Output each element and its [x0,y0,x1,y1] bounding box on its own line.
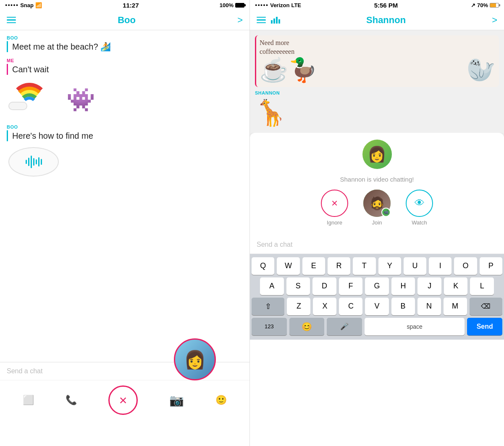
sticker-row: 👾 [7,81,243,119]
right-signal-dots: ●●●●● [255,3,268,7]
ignore-button-right[interactable]: × [321,190,348,217]
emoji-key[interactable]: 😊 [289,318,325,335]
key-e[interactable]: E [302,257,325,275]
key-c[interactable]: C [339,298,362,315]
ignore-button[interactable]: × [108,385,138,415]
video-chat-overlay: 👩 Shannon is video chatting! × Ignore 🧔 [250,133,504,236]
phone-icon[interactable]: 📞 [66,395,77,406]
key-s[interactable]: S [286,277,310,295]
right-nav-bar: Shannon > [250,10,504,30]
chat-text-boo-2: Here's how to find me [12,131,93,140]
message-boo-2: BOO Here's how to find me [7,124,243,141]
chat-bubble-boo-1: Meet me at the beach? 🏄 [7,41,243,52]
right-chat-placeholder: Send a chat [257,241,292,248]
key-z[interactable]: Z [287,298,310,315]
right-sender-label: SHANNON [255,90,499,95]
key-w[interactable]: W [277,257,299,275]
video-chat-header: 👩 [257,140,497,169]
sender-label-boo-2: BOO [7,124,243,129]
left-bottom-actions: ⬜ 📞 × 📷 🙂 [0,380,249,420]
key-a[interactable]: A [260,277,284,295]
key-f[interactable]: F [339,277,363,295]
space-key[interactable]: space [365,318,465,335]
sticker-text-area: Need morecoffeeeeeeen ☕🦆 [260,39,460,84]
ignore-x-icon: × [331,197,338,210]
key-d[interactable]: D [312,277,336,295]
right-chat-input[interactable]: Send a chat [250,236,504,254]
left-panel: ●●●●● Snap 📶 11:27 100% Boo > BOO Meet m… [0,0,250,446]
signal-dots: ●●●●● [5,3,18,7]
ignore-label: Ignore [327,219,342,226]
chat-text-me-1: Can't wait [12,65,49,74]
join-action: 🧔 📹 Join [363,190,391,226]
key-m[interactable]: M [444,298,467,315]
waveform [26,156,42,168]
join-label: Join [372,219,382,226]
key-q[interactable]: Q [252,257,274,275]
message-boo-1: BOO Meet me at the beach? 🏄 [7,35,243,52]
walrus-sticker: 🦭 [467,56,496,84]
video-chat-status: Shannon is video chatting! [257,176,497,183]
key-v[interactable]: V [365,298,388,315]
location-arrow-icon: ↗ [471,2,475,8]
key-u[interactable]: U [404,257,426,275]
key-n[interactable]: N [417,298,441,315]
right-status-right: ↗ 70% [471,2,499,8]
battery-pct: 100% [220,2,234,8]
mic-key[interactable]: 🎤 [327,318,362,335]
emoji-icon[interactable]: 🙂 [215,395,227,406]
bar-chart-icon[interactable] [271,17,280,24]
video-badge-icon: 📹 [381,208,391,217]
key-g[interactable]: G [365,277,389,295]
left-nav-bar: Boo > [0,10,249,30]
key-j[interactable]: J [417,277,441,295]
sticker-group: Need morecoffeeeeeeen ☕🦆 🦭 [255,35,499,87]
wave-bar-3 [31,156,32,168]
right-time: 5:56 PM [374,2,398,9]
carrier-name: Snap [20,2,34,8]
left-time: 11:27 [123,2,139,9]
wave-bar-2 [28,158,29,166]
eye-icon: 👁 [415,197,425,209]
key-l[interactable]: L [470,277,494,295]
sender-label-boo: BOO [7,35,243,40]
right-hamburger-icon[interactable] [257,17,266,24]
voice-message[interactable] [8,147,59,177]
key-o[interactable]: O [454,257,477,275]
watch-button[interactable]: 👁 [406,190,433,217]
giraffe-row: 🦒 [255,98,499,128]
join-button[interactable]: 🧔 📹 [363,190,391,217]
key-h[interactable]: H [391,277,415,295]
left-nav-chevron[interactable]: > [237,15,243,26]
shift-key[interactable]: ⇧ [252,298,284,315]
right-panel: ●●●●● Verizon LTE 5:56 PM ↗ 70% Shannon … [250,0,504,446]
numbers-key[interactable]: 123 [252,318,287,335]
hamburger-menu-icon[interactable] [7,17,16,24]
key-i[interactable]: I [429,257,452,275]
key-b[interactable]: B [391,298,415,315]
left-chat-area: BOO Meet me at the beach? 🏄 ME Can't wai… [0,30,249,362]
right-battery-pct: 70% [477,2,488,8]
chat-bubble-boo-2: Here's how to find me [7,130,243,141]
wifi-icon: 📶 [35,2,42,8]
ignore-action: × Ignore [321,190,348,226]
camera-icon[interactable]: 📷 [169,393,184,407]
image-icon[interactable]: ⬜ [23,395,34,406]
wave-bar-5 [36,159,37,164]
key-t[interactable]: T [353,257,375,275]
watch-action: 👁 Watch [406,190,433,226]
network-type: LTE [291,2,301,8]
key-p[interactable]: P [480,257,502,275]
key-y[interactable]: Y [378,257,401,275]
wave-bar-1 [26,160,27,164]
left-status-right: 100% [220,2,244,8]
ghost-sticker: 👾 [60,81,102,119]
key-r[interactable]: R [328,257,350,275]
send-key[interactable]: Send [467,318,502,335]
keyboard-row-4: 123 😊 🎤 space Send [252,318,502,335]
key-k[interactable]: K [444,277,468,295]
delete-key[interactable]: ⌫ [470,298,502,315]
right-nav-chevron[interactable]: > [492,15,497,26]
close-x-icon: × [119,393,127,408]
key-x[interactable]: X [313,298,336,315]
